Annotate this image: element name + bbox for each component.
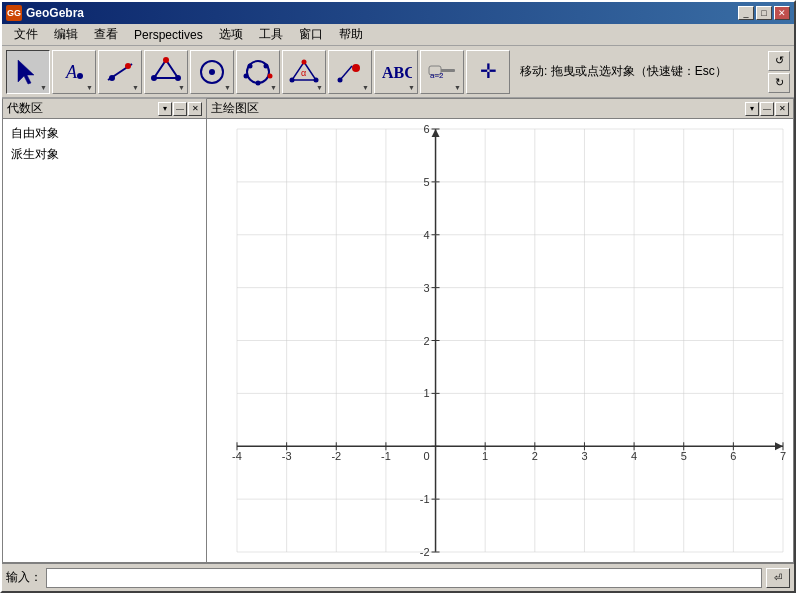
svg-text:ABC: ABC [382,64,412,81]
tool-text-arrow: ▼ [408,84,415,91]
left-panel-header: 代数区 ▾ — ✕ [3,99,206,119]
svg-point-14 [264,63,269,68]
left-panel-settings-button[interactable]: ▾ [158,102,172,116]
redo-button[interactable]: ↻ [768,73,790,93]
minimize-button[interactable]: _ [738,6,754,20]
tool-hint: 移动: 拖曳或点选对象（快速键：Esc） [512,59,762,84]
svg-text:4: 4 [631,450,637,462]
svg-point-17 [256,80,261,85]
right-panel-header: 主绘图区 ▾ — ✕ [207,99,793,119]
svg-point-7 [163,57,169,63]
maximize-button[interactable]: □ [756,6,772,20]
svg-text:6: 6 [423,123,429,135]
svg-text:-4: -4 [232,450,242,462]
tool-transform-arrow: ▼ [316,84,323,91]
svg-text:✛: ✛ [480,60,497,82]
svg-text:2: 2 [532,450,538,462]
right-panel-close-button[interactable]: ✕ [775,102,789,116]
right-panel: 主绘图区 ▾ — ✕ -4-3-2-11234567-2-11234560 [207,98,794,563]
svg-text:1: 1 [423,387,429,399]
svg-text:-3: -3 [282,450,292,462]
svg-text:1: 1 [482,450,488,462]
undo-redo-group: ↺ ↻ [768,51,790,93]
menu-edit[interactable]: 编辑 [46,24,86,45]
tool-transform[interactable]: α ▼ [282,50,326,94]
svg-point-20 [302,59,307,64]
menu-file[interactable]: 文件 [6,24,46,45]
tool-moveview[interactable]: ✛ [466,50,510,94]
menu-tools[interactable]: 工具 [251,24,291,45]
svg-point-2 [77,73,83,79]
svg-point-23 [352,64,360,72]
svg-text:0: 0 [423,450,429,462]
graph-svg: -4-3-2-11234567-2-11234560 [207,119,793,562]
svg-point-4 [109,75,115,81]
left-panel-controls: ▾ — ✕ [158,102,202,116]
svg-text:4: 4 [423,229,429,241]
tool-point[interactable]: A ▼ [52,50,96,94]
left-panel-content: 自由对象 派生对象 [3,119,206,562]
title-bar: GG GeoGebra _ □ ✕ [2,2,794,24]
svg-text:3: 3 [423,282,429,294]
menu-view[interactable]: 查看 [86,24,126,45]
tool-slider[interactable]: a=2 ▼ [420,50,464,94]
svg-point-9 [151,75,157,81]
toolbar: ▼ A ▼ ▼ ▼ [2,46,794,98]
svg-text:A: A [65,62,78,82]
svg-text:5: 5 [423,176,429,188]
svg-point-11 [209,69,215,75]
left-panel-minimize-button[interactable]: — [173,102,187,116]
svg-point-13 [248,63,253,68]
svg-text:3: 3 [581,450,587,462]
svg-text:7: 7 [780,450,786,462]
svg-text:6: 6 [730,450,736,462]
svg-text:α: α [301,68,306,78]
moveview-icon: ✛ [472,56,504,88]
svg-point-25 [338,77,343,82]
algebra-item-derived[interactable]: 派生对象 [7,144,202,165]
menu-help[interactable]: 帮助 [331,24,371,45]
menu-bar: 文件 编辑 查看 Perspectives 选项 工具 窗口 帮助 [2,24,794,46]
svg-text:5: 5 [681,450,687,462]
status-bar: 输入： ⏎ [2,563,794,591]
close-button[interactable]: ✕ [774,6,790,20]
tool-text[interactable]: ABC ▼ [374,50,418,94]
svg-point-22 [314,77,319,82]
right-panel-minimize-button[interactable]: — [760,102,774,116]
content-area: 代数区 ▾ — ✕ 自由对象 派生对象 主绘图区 ▾ — ✕ [2,98,794,563]
svg-text:-1: -1 [420,493,430,505]
svg-point-5 [125,63,131,69]
tool-conic-arrow: ▼ [270,84,277,91]
algebra-item-free[interactable]: 自由对象 [7,123,202,144]
app-window: GG GeoGebra _ □ ✕ 文件 编辑 查看 Perspectives … [0,0,796,593]
left-panel-close-button[interactable]: ✕ [188,102,202,116]
menu-options[interactable]: 选项 [211,24,251,45]
tool-move-arrow: ▼ [40,84,47,91]
svg-text:a=2: a=2 [430,71,444,80]
svg-point-8 [175,75,181,81]
tool-move[interactable]: ▼ [6,50,50,94]
right-panel-controls: ▾ — ✕ [745,102,789,116]
svg-text:2: 2 [423,335,429,347]
undo-button[interactable]: ↺ [768,51,790,71]
menu-window[interactable]: 窗口 [291,24,331,45]
input-enter-button[interactable]: ⏎ [766,568,790,588]
tool-line-arrow: ▼ [132,84,139,91]
svg-line-24 [340,66,352,80]
left-panel-title: 代数区 [7,100,43,117]
canvas-area[interactable]: -4-3-2-11234567-2-11234560 [207,119,793,562]
tool-polygon[interactable]: ▼ [144,50,188,94]
tool-conic[interactable]: ▼ [236,50,280,94]
right-panel-settings-button[interactable]: ▾ [745,102,759,116]
tool-polygon-arrow: ▼ [178,84,185,91]
tool-measure[interactable]: ▼ [328,50,372,94]
svg-marker-0 [18,60,34,84]
tool-measure-arrow: ▼ [362,84,369,91]
title-left: GG GeoGebra [6,5,84,21]
window-title: GeoGebra [26,6,84,20]
menu-perspectives[interactable]: Perspectives [126,26,211,44]
tool-circle[interactable]: ▼ [190,50,234,94]
tool-point-arrow: ▼ [86,84,93,91]
input-field[interactable] [46,568,762,588]
tool-line[interactable]: ▼ [98,50,142,94]
